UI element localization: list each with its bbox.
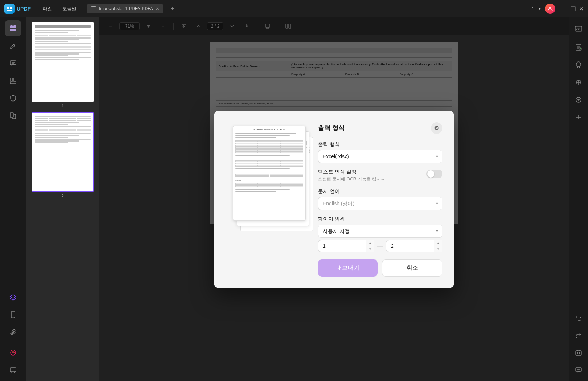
svg-rect-11 [10,78,13,81]
range-start-wrapper: ▲ ▼ [318,240,374,252]
svg-point-35 [578,369,579,370]
settings-gear-btn[interactable]: ⚙ [431,122,442,134]
svg-rect-14 [10,113,13,117]
right-chat-btn[interactable] [571,362,587,378]
range-start-down-btn[interactable]: ▼ [366,246,374,252]
sidebar-bookmark-btn[interactable] [5,307,21,323]
svg-point-32 [577,352,580,354]
user-avatar[interactable] [545,4,555,14]
menu-help[interactable]: 도움말 [59,4,79,13]
sidebar-view-btn[interactable] [5,20,21,36]
right-sidebar: OCR [569,17,588,381]
new-tab-btn[interactable]: + [168,5,178,13]
sidebar-organize-btn[interactable] [5,73,21,89]
svg-rect-31 [576,351,581,355]
sidebar-edit-btn[interactable] [5,38,21,54]
svg-rect-12 [13,78,16,81]
thumb-header-line [35,25,91,28]
svg-point-3 [549,7,551,9]
format-label: 출력 형식 [318,141,442,148]
modal-overlay: PERSONAL FINANCIAL STATEMENT [99,17,569,381]
right-undo-btn[interactable] [571,310,587,326]
range-end-spinner: ▲ ▼ [434,240,442,252]
svg-text:OCR: OCR [576,28,581,30]
svg-rect-8 [10,61,16,65]
menu-file[interactable]: 파일 [40,4,55,13]
toggle-knob [427,170,434,178]
lang-group: 문서 언어 English (영어) 한국어 日本語 中文 [318,188,442,210]
right-tool-1[interactable] [571,39,587,55]
range-end-wrapper: ▲ ▼ [386,240,442,252]
lang-select-wrapper[interactable]: English (영어) 한국어 日本語 中文 [318,197,442,210]
svg-rect-2 [7,10,12,11]
range-end-down-btn[interactable]: ▼ [434,246,442,252]
right-redo-btn[interactable] [571,327,587,343]
tab-close-btn[interactable]: × [156,6,159,11]
range-select[interactable]: 사용자 지정 전체 페이지 현재 페이지 [318,225,442,238]
minimize-btn[interactable]: — [563,6,568,11]
ocr-btn[interactable]: OCR [571,20,586,38]
svg-point-34 [577,369,578,370]
app-logo: UPDF [4,4,31,14]
left-sidebar [0,17,26,381]
export-btn[interactable]: 내보내기 [318,259,378,277]
preview-pages-container: PERSONAL FINANCIAL STATEMENT [226,122,309,231]
range-end-up-btn[interactable]: ▲ [434,240,442,246]
range-start-spinner: ▲ ▼ [366,240,374,252]
format-select[interactable]: Excel(.xlsx) Word(.docx) PDF CSV [318,150,442,163]
ocr-group: 텍스트 인식 설정 스캔된 문서에 OCR 기능을 켭니다. [318,169,442,182]
sidebar-convert-btn[interactable] [5,108,21,124]
format-group: 출력 형식 Excel(.xlsx) Word(.docx) PDF CSV [318,141,442,163]
thumbnail-img-1 [32,22,94,102]
svg-point-16 [12,352,13,353]
range-select-wrapper[interactable]: 사용자 지정 전체 페이지 현재 페이지 [318,225,442,238]
svg-rect-0 [7,7,9,9]
sidebar-bottom [5,289,21,378]
preview-page-1: PERSONAL FINANCIAL STATEMENT [233,126,306,221]
svg-rect-7 [13,29,16,31]
right-camera-btn[interactable] [571,345,587,361]
svg-rect-4 [10,25,13,28]
thumbnail-label-2: 2 [61,194,64,198]
dialog-header: 출력 형식 ⚙ [318,122,442,134]
logo-icon [4,4,15,14]
page-arrow-icon[interactable]: ▾ [539,6,541,11]
page-number-display: 1 [532,6,534,11]
sidebar-protect-btn[interactable] [5,90,21,106]
thumbnail-page-1[interactable]: 1 [29,22,96,108]
range-start-up-btn[interactable]: ▲ [366,240,374,246]
svg-rect-13 [10,82,16,84]
window-controls: — ❐ ✕ [563,6,584,11]
maximize-btn[interactable]: ❐ [571,6,576,11]
ocr-toggle-switch[interactable] [426,170,442,178]
thumbnail-img-2 [32,112,94,192]
right-tool-2[interactable] [571,57,587,73]
right-tool-3[interactable] [571,74,587,90]
sidebar-layers-btn[interactable] [5,289,21,305]
document-tab[interactable]: financial-st...-1-PDFA-PDFA × [87,4,163,13]
ocr-sublabel: 스캔된 문서에 OCR 기능을 켭니다. [318,176,421,182]
right-tool-4[interactable] [571,92,587,108]
close-btn[interactable]: ✕ [579,6,584,11]
sidebar-chat-btn[interactable] [5,362,21,378]
lang-select[interactable]: English (영어) 한국어 日本語 中文 [318,197,442,210]
thumbnail-page-2[interactable]: 2 [29,112,96,198]
range-inputs-row: ▲ ▼ — ▲ ▼ [318,240,442,252]
tab-title: financial-st...-1-PDFA-PDFA [99,6,153,11]
export-dialog: PERSONAL FINANCIAL STATEMENT [214,111,454,288]
svg-rect-5 [13,25,16,28]
right-tool-5[interactable] [571,109,587,125]
format-select-wrapper[interactable]: Excel(.xlsx) Word(.docx) PDF CSV [318,150,442,163]
titlebar: UPDF 파일 도움말 financial-st...-1-PDFA-PDFA … [0,0,588,17]
sidebar-attachment-btn[interactable] [5,324,21,340]
cancel-btn[interactable]: 취소 [382,259,442,277]
range-label: 페이지 범위 [318,216,442,222]
svg-point-17 [13,352,14,353]
content-area: − 71% ▾ + 2 / 2 [99,17,569,381]
svg-rect-1 [10,7,12,9]
sep1 [35,5,35,12]
dialog-title: 출력 형식 [318,124,345,132]
sidebar-comment-btn[interactable] [5,55,21,71]
sidebar-ai-btn[interactable] [5,345,21,361]
dialog-form: 출력 형식 ⚙ 출력 형식 Excel(.xlsx) Word(.docx) [318,122,442,277]
